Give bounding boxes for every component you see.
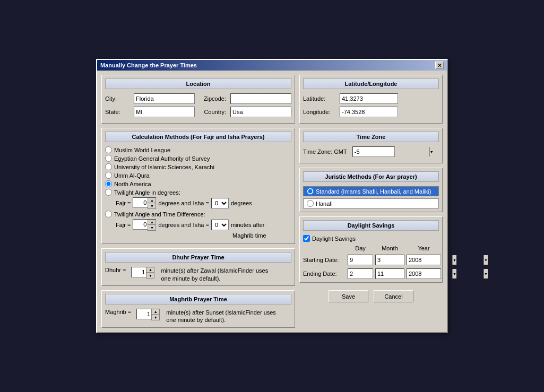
method-label-4: Umm Al-Qura [114,172,150,179]
ending-year-input[interactable] [407,269,483,278]
state-label: State: [105,109,132,115]
dhuhr-spinbox[interactable]: ▲ ▼ [131,267,154,278]
save-button[interactable]: Save [329,290,368,302]
maghrib-spinbox[interactable]: ▲ ▼ [136,309,160,320]
method-label-6: Twilight Angle in degrees: [114,189,180,196]
method-row-1: Muslim World League [105,146,291,153]
lat-label: Latitude: [303,95,338,102]
method-row-5: North America [105,180,291,187]
main-dialog: Manually Change the Prayer Times ✕ Locat… [96,59,448,333]
method-row-7: Twilight Angle and Time Difference: [105,211,291,217]
fajr-input[interactable] [133,197,148,208]
timezone-combo[interactable]: ▼ [352,146,395,157]
right-panel: Latitude/Longitude Latitude: Longitude: … [299,75,443,327]
fajr2-input[interactable] [133,219,148,230]
ending-month-combo[interactable]: ▼ [375,268,404,279]
starting-year-arrow[interactable]: ▼ [483,255,488,265]
zipcode-input[interactable] [230,93,291,104]
method-label-2: Egyptian General Authority of Survey [114,155,210,162]
fajr-spinbox[interactable]: ▲ ▼ [133,197,156,209]
country-input[interactable] [230,107,291,117]
timezone-input[interactable] [353,147,429,156]
city-row: City: Zipcode: [105,93,291,104]
isha2-select[interactable]: 0 [211,220,229,230]
juristic-option-1[interactable]: Standard (Imams Shafii, Hanbali, and Mal… [303,186,439,196]
location-header: Location [105,79,291,89]
ending-date-row: Ending Date: ▼ ▼ ▼ [303,268,439,279]
state-input[interactable] [134,107,195,117]
isha-select[interactable]: 0 [211,198,229,208]
city-label: City: [105,95,132,102]
juristic-header: Juristic Methods (For Asr prayer) [303,171,439,182]
degrees-label: degrees [231,200,252,206]
city-input[interactable] [134,93,195,104]
timezone-arrow[interactable]: ▼ [429,147,434,156]
latlon-section: Latitude/Longitude Latitude: Longitude: [299,75,443,124]
method-row-2: Egyptian General Authority of Survey [105,155,291,162]
lat-input[interactable] [340,93,398,104]
maghrib-input[interactable] [136,309,151,319]
dhuhr-up-arrow[interactable]: ▲ [146,267,154,273]
date-headers: Day Month Year [303,245,439,251]
method-radio-2[interactable] [105,155,112,162]
maghrib-header: Maghrib Prayer Time [105,294,291,304]
ending-day-combo[interactable]: ▼ [348,268,373,279]
country-label: Country: [197,109,226,115]
juristic-options: Standard (Imams Shafii, Hanbali, and Mal… [303,186,439,208]
dhuhr-down-arrow[interactable]: ▼ [146,273,154,278]
juristic-option-2[interactable]: Hanafi [303,198,439,208]
zipcode-label: Zipcode: [197,95,226,102]
month-col-header: Month [375,245,404,251]
fajr-down-arrow[interactable]: ▼ [148,203,156,208]
maghrib-down-arrow[interactable]: ▼ [152,315,159,320]
fajr-up-arrow[interactable]: ▲ [148,198,156,203]
method-radio-4[interactable] [105,172,112,179]
ending-year-arrow[interactable]: ▼ [483,269,488,278]
timezone-label: Time Zone: GMT [303,149,347,155]
method-radio-5[interactable] [105,180,112,187]
starting-year-input[interactable] [407,255,483,265]
angle-row-1: Fajr = ▲ ▼ degrees and Isha = 0 degrees [116,197,291,209]
method-radio-3[interactable] [105,163,112,170]
method-radio-6[interactable] [105,189,112,196]
juristic-radio-2[interactable] [307,200,314,207]
fajr2-up-arrow[interactable]: ▲ [148,220,156,225]
timezone-header: Time Zone [303,132,439,142]
starting-year-combo[interactable]: ▼ [407,255,441,265]
title-bar: Manually Change the Prayer Times ✕ [97,60,447,71]
method-row-6: Twilight Angle in degrees: [105,189,291,196]
juristic-radio-1[interactable] [307,188,314,195]
day-col-header: Day [348,245,373,251]
calculation-section: Calculation Methods (For Fajr and Isha P… [101,128,295,244]
juristic-label-1: Standard (Imams Shafii, Hanbali, and Mal… [316,188,431,195]
lon-label: Longitude: [303,109,338,115]
maghrib-time-label: Maghrib time [232,232,266,239]
fajr2-label: Fajr = [116,222,131,228]
lon-row: Longitude: [303,107,439,117]
fajr2-spinbox[interactable]: ▲ ▼ [133,219,156,231]
daylight-checkbox[interactable] [303,235,310,242]
dhuhr-description: minute(s) after Zawal (IslamicFinder use… [161,267,278,282]
method-radio-1[interactable] [105,146,112,153]
dialog-title: Manually Change the Prayer Times [100,62,197,68]
daylight-content: Daylight Savings Day Month Year Starting… [303,235,439,279]
starting-month-combo[interactable]: ▼ [375,255,404,265]
lon-input[interactable] [340,107,398,117]
dhuhr-label: Dhuhr = [105,267,126,273]
close-button[interactable]: ✕ [435,62,444,69]
location-section: Location City: Zipcode: State: Country: [101,75,295,124]
maghrib-section: Maghrib Prayer Time Maghrib = ▲ ▼ minute… [101,290,295,328]
method-label-1: Muslim World League [114,147,170,153]
dhuhr-input[interactable] [131,267,146,277]
starting-date-row: Starting Date: ▼ ▼ ▼ [303,255,439,265]
button-row: Save Cancel [299,287,443,306]
method-radio-7[interactable] [105,211,112,217]
starting-day-combo[interactable]: ▼ [348,255,373,265]
fajr2-down-arrow[interactable]: ▼ [148,225,156,230]
dhuhr-section: Dhuhr Prayer Time Dhuhr = ▲ ▼ minute(s) … [101,248,295,286]
calculation-header: Calculation Methods (For Fajr and Isha P… [105,132,291,142]
maghrib-up-arrow[interactable]: ▲ [152,309,159,315]
ending-year-combo[interactable]: ▼ [407,268,441,279]
left-panel: Location City: Zipcode: State: Country: … [101,75,295,327]
cancel-button[interactable]: Cancel [374,290,413,302]
